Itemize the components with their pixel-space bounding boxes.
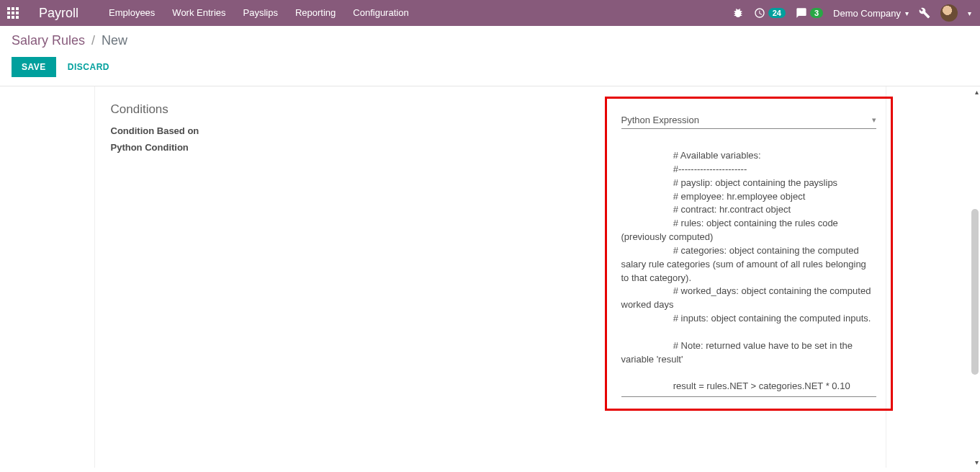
conditions-title: Conditions — [111, 102, 601, 117]
topbar-left: Payroll Employees Work Entries Payslips … — [0, 0, 418, 26]
company-name: Demo Company — [833, 8, 901, 19]
caret-down-icon: ▾ — [905, 9, 909, 17]
condition-based-on-label: Condition Based on — [111, 123, 356, 136]
nav-work-entries[interactable]: Work Entries — [163, 0, 234, 26]
breadcrumb-separator: / — [89, 33, 98, 48]
timer-badge: 24 — [768, 8, 786, 18]
scrollbar-thumb[interactable] — [971, 209, 979, 375]
user-avatar[interactable] — [940, 4, 958, 22]
chat-badge: 3 — [810, 8, 823, 18]
topbar: Payroll Employees Work Entries Payslips … — [0, 0, 980, 26]
breadcrumb-current: New — [102, 33, 127, 48]
python-condition-textarea[interactable]: # Available variables: #----------------… — [621, 142, 876, 397]
scroll-up-arrow-icon[interactable]: ▴ — [975, 88, 979, 96]
nav-menu: Employees Work Entries Payslips Reportin… — [100, 0, 418, 26]
topbar-right: 24 3 Demo Company ▾ ▾ — [732, 4, 980, 22]
conditions-section: Conditions Condition Based on Python Con… — [111, 99, 870, 156]
timer-icon[interactable]: 24 — [754, 7, 786, 19]
nav-employees[interactable]: Employees — [100, 0, 163, 26]
nav-reporting[interactable]: Reporting — [287, 0, 344, 26]
chat-icon[interactable]: 3 — [796, 7, 823, 19]
condition-based-on-value: Python Expression — [621, 115, 699, 125]
discard-button[interactable]: DISCARD — [68, 62, 109, 72]
chevron-down-icon: ▾ — [872, 115, 876, 125]
subheader: Salary Rules / New — [0, 26, 980, 53]
save-button[interactable]: SAVE — [12, 57, 56, 77]
content-scroll[interactable]: ▴ ▾ Conditions Condition Based on Python… — [0, 86, 980, 468]
breadcrumb-root[interactable]: Salary Rules — [12, 33, 85, 48]
condition-based-on-select[interactable]: Python Expression ▾ — [621, 112, 876, 129]
user-caret-down-icon[interactable]: ▾ — [968, 9, 971, 17]
bug-icon[interactable] — [732, 7, 744, 19]
nav-payslips[interactable]: Payslips — [235, 0, 287, 26]
breadcrumb: Salary Rules / New — [12, 33, 127, 48]
app-title: Payroll — [26, 6, 100, 21]
actionbar: SAVE DISCARD — [0, 53, 980, 86]
form-sheet: Conditions Condition Based on Python Con… — [94, 86, 886, 468]
scroll-down-arrow-icon[interactable]: ▾ — [975, 458, 979, 466]
tools-icon[interactable] — [919, 7, 930, 19]
highlight-annotation: Python Expression ▾ # Available variable… — [605, 97, 893, 411]
nav-configuration[interactable]: Configuration — [344, 0, 417, 26]
python-condition-label: Python Condition — [111, 139, 356, 153]
apps-launcher-icon[interactable] — [0, 0, 26, 26]
company-selector[interactable]: Demo Company ▾ — [833, 8, 909, 19]
